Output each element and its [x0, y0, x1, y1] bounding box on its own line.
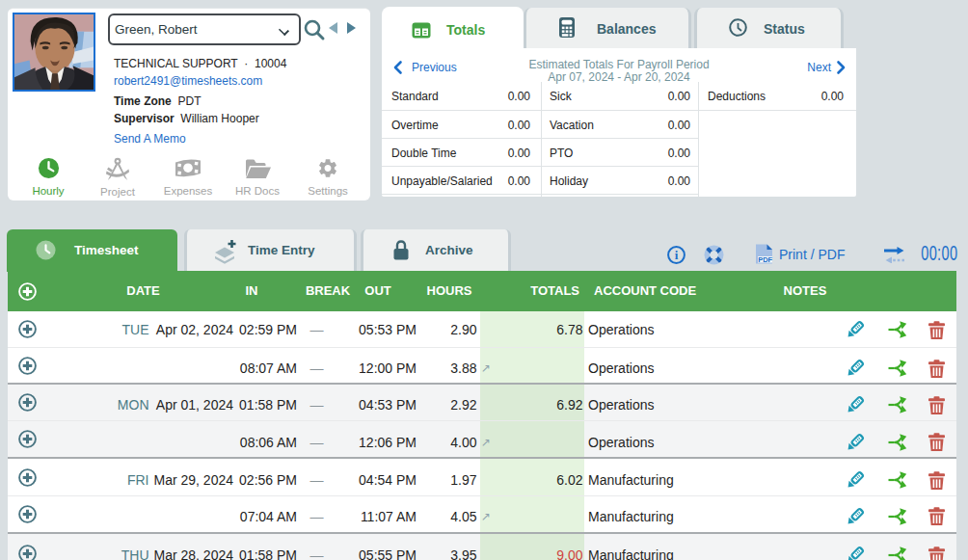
svg-text:i: i	[675, 248, 679, 262]
svg-text:PDF: PDF	[758, 255, 772, 264]
